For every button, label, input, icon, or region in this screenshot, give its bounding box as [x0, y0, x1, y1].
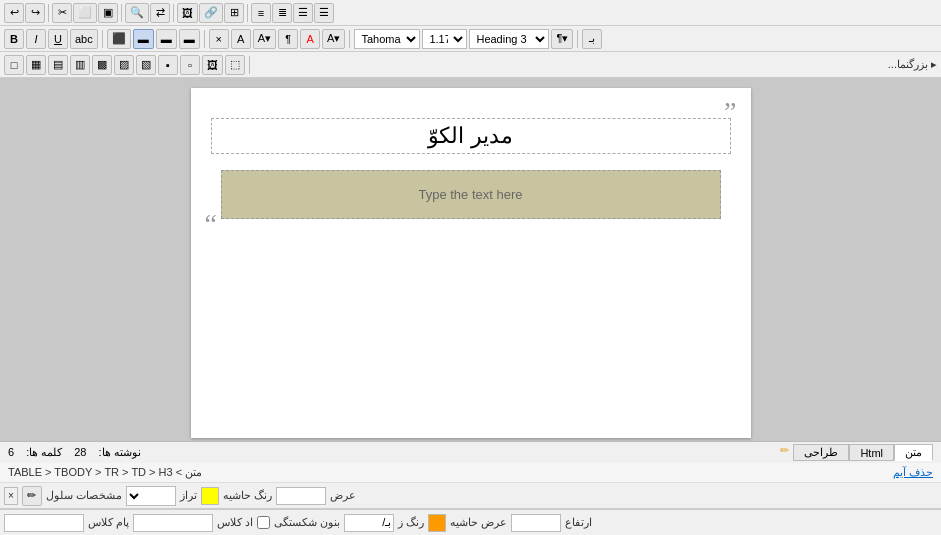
redo-button[interactable]: ↪ — [25, 3, 45, 23]
align-label: تراز — [180, 489, 197, 502]
props-row2: ارتفاع عرض حاشیه رنگ ز بنون شکستگی اد کل… — [0, 509, 941, 535]
tab-design[interactable]: طراحی — [793, 444, 849, 461]
table-button[interactable]: ⊞ — [224, 3, 244, 23]
line-height-select[interactable]: 1.17 — [422, 29, 467, 49]
view-btn9[interactable]: ▫ — [180, 55, 200, 75]
view-btn4[interactable]: ▥ — [70, 55, 90, 75]
underline-button[interactable]: U — [48, 29, 68, 49]
border-color-label: رنگ حاشیه — [223, 489, 272, 502]
sep3 — [173, 4, 174, 22]
format-close-button[interactable]: × — [209, 29, 229, 49]
view-btn8[interactable]: ▪ — [158, 55, 178, 75]
view-btn6[interactable]: ▨ — [114, 55, 134, 75]
toolbar1: ↩ ↪ ✂ ⬜ ▣ 🔍 ⇄ 🖼 🔗 ⊞ ≡ ≣ ☰ ☰ — [0, 0, 941, 26]
cut-button[interactable]: ✂ — [52, 3, 72, 23]
editor-area: ” “ مدير الكوّ Type the text here — [0, 78, 941, 441]
italic-button[interactable]: I — [26, 29, 46, 49]
close-props-button[interactable]: × — [4, 487, 18, 505]
format-hilight-button[interactable]: A▾ — [322, 29, 345, 49]
sep1 — [48, 4, 49, 22]
quote-mark-top: ” — [724, 96, 736, 128]
toolbar3: □ ▦ ▤ ▥ ▩ ▨ ▧ ▪ ▫ 🖼 ⬚ ▸ بزرگنما... — [0, 52, 941, 78]
breadcrumb-path: متن > TABLE > TBODY > TR > TD > H3 — [8, 466, 202, 479]
view-btn5[interactable]: ▩ — [92, 55, 112, 75]
toolbar1-icons: ↩ ↪ ✂ ⬜ ▣ 🔍 ⇄ 🖼 🔗 ⊞ ≡ ≣ ☰ ☰ — [4, 3, 334, 23]
cell-props-label: مشخصات سلول — [46, 489, 122, 502]
rtl-ltr-button[interactable]: بـ — [582, 29, 602, 49]
id-label: اد کلاس — [217, 516, 253, 529]
paste-button[interactable]: ▣ — [98, 3, 118, 23]
bg-color-input[interactable] — [344, 514, 394, 532]
word-count: 6 — [8, 446, 14, 459]
sep-t3 — [249, 56, 250, 74]
format-btn3[interactable]: A▾ — [253, 29, 276, 49]
class-input[interactable] — [4, 514, 84, 532]
replace-button[interactable]: ⇄ — [150, 3, 170, 23]
list-ul-button[interactable]: ≡ — [251, 3, 271, 23]
page-heading[interactable]: مدير الكوّ — [211, 118, 731, 154]
tab-html[interactable]: Html — [849, 444, 894, 461]
statusbar: نوشته ها: 28 كلمه ها: 6 ✏ طراحی Html متن — [0, 441, 941, 463]
insert-image-button[interactable]: 🖼 — [202, 55, 223, 75]
height-label: ارتفاع — [565, 516, 592, 529]
bold-button[interactable]: B — [4, 29, 24, 49]
font-select[interactable]: Tahoma — [354, 29, 420, 49]
format-btn2[interactable]: A — [231, 29, 251, 49]
rtl-label: ▸ بزرگنما... — [888, 58, 937, 71]
find-button[interactable]: 🔍 — [125, 3, 149, 23]
indent-button[interactable]: ☰ — [293, 3, 313, 23]
list-ol-button[interactable]: ≣ — [272, 3, 292, 23]
bg-color-label: رنگ ز — [398, 516, 424, 529]
no-wrap-label: بنون شکستگی — [274, 516, 340, 529]
tab-text[interactable]: متن — [894, 444, 933, 461]
outdent-button[interactable]: ☰ — [314, 3, 334, 23]
align-center-button[interactable]: ▬ — [133, 29, 154, 49]
format-color-button[interactable]: A — [300, 29, 320, 49]
view-btn2[interactable]: ▦ — [26, 55, 46, 75]
align-left-button[interactable]: ⬛ — [107, 29, 131, 49]
view-btn3[interactable]: ▤ — [48, 55, 68, 75]
breadcrumb-bar: حذف آیم متن > TABLE > TBODY > TR > TD > … — [0, 463, 941, 483]
sep-fmt — [102, 30, 103, 48]
char-count-label: نوشته ها: — [99, 446, 141, 459]
cell-props-button[interactable]: ✏ — [22, 486, 42, 506]
statusbar-info: نوشته ها: 28 كلمه ها: 6 — [8, 446, 141, 459]
image-button[interactable]: 🖼 — [177, 3, 198, 23]
insert-special-button[interactable]: ⬚ — [225, 55, 245, 75]
delete-link[interactable]: حذف آیم — [893, 466, 933, 479]
statusbar-tabs: ✏ طراحی Html متن — [780, 444, 933, 461]
paragraph-marks-button[interactable]: ¶▾ — [551, 29, 573, 49]
text-placeholder-box[interactable]: Type the text here — [221, 170, 721, 219]
page: ” “ مدير الكوّ Type the text here — [191, 88, 751, 438]
border-color-swatch[interactable] — [201, 487, 219, 505]
sep-fmt4 — [577, 30, 578, 48]
view-btn1[interactable]: □ — [4, 55, 24, 75]
undo-button[interactable]: ↩ — [4, 3, 24, 23]
style-select[interactable]: Heading 3 Heading 1 Heading 2 Normal — [469, 29, 549, 49]
align-justify-button[interactable]: ▬ — [179, 29, 200, 49]
copy-button[interactable]: ⬜ — [73, 3, 97, 23]
props-row1: عرض رنگ حاشیه تراز مشخصات سلول ✏ × — [0, 483, 941, 509]
width-label: عرض — [330, 489, 356, 502]
class-label: پام کلاس — [88, 516, 129, 529]
word-count-label: كلمه ها: — [26, 446, 62, 459]
sep-fmt2 — [204, 30, 205, 48]
height-input[interactable] — [511, 514, 561, 532]
format-btn4[interactable]: ¶ — [278, 29, 298, 49]
no-wrap-checkbox[interactable] — [257, 516, 270, 529]
char-count: 28 — [74, 446, 86, 459]
view-btn7[interactable]: ▧ — [136, 55, 156, 75]
quote-mark-left: “ — [205, 208, 217, 240]
border-width-swatch[interactable] — [428, 514, 446, 532]
id-input[interactable] — [133, 514, 213, 532]
sep4 — [247, 4, 248, 22]
width-input[interactable] — [276, 487, 326, 505]
pencil-icon: ✏ — [780, 444, 789, 461]
sep-fmt3 — [349, 30, 350, 48]
strikethrough-button[interactable]: abc — [70, 29, 98, 49]
link-button[interactable]: 🔗 — [199, 3, 223, 23]
align-select[interactable] — [126, 486, 176, 506]
toolbar2: B I U abc ⬛ ▬ ▬ ▬ × A A▾ ¶ A A▾ Tahoma 1… — [0, 26, 941, 52]
editor-container: ↩ ↪ ✂ ⬜ ▣ 🔍 ⇄ 🖼 🔗 ⊞ ≡ ≣ ☰ ☰ B I U abc ⬛ … — [0, 0, 941, 535]
align-right-button[interactable]: ▬ — [156, 29, 177, 49]
